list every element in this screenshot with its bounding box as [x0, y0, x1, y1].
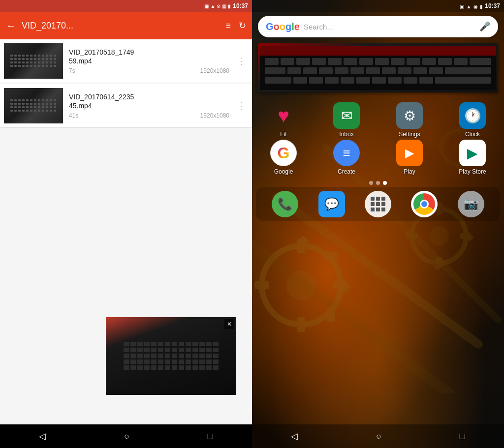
key	[14, 103, 17, 105]
key	[38, 99, 40, 101]
preview-close-button[interactable]: ✕	[224, 319, 234, 329]
video-resolution-1: 1920x1080	[200, 67, 229, 74]
filter-icon[interactable]: ≡	[225, 21, 231, 31]
app-item-playstore[interactable]: ▶ Play Store	[448, 140, 497, 175]
app-item-settings[interactable]: ⚙ Settings	[385, 102, 434, 138]
preview-popup: ✕	[106, 317, 236, 395]
r-battery-icon: ▮	[480, 4, 483, 9]
right-home-nav[interactable]: ○	[364, 427, 393, 446]
key	[30, 106, 32, 108]
back-button[interactable]: ←	[6, 20, 16, 31]
svg-rect-61	[265, 77, 291, 84]
left-back-nav[interactable]: ◁	[27, 427, 58, 446]
svg-rect-35	[265, 58, 279, 65]
dock-app-drawer[interactable]	[365, 191, 391, 217]
video-more-1[interactable]: ⋮	[235, 54, 248, 68]
video-thumb-1	[4, 43, 63, 79]
app-item-inbox[interactable]: ✉ Inbox	[322, 102, 371, 138]
play-icon: ▶	[396, 140, 423, 166]
video-item-2[interactable]: VID_20170614_223545.mp4 41s 1920x1080 ⋮	[0, 84, 252, 128]
key	[38, 58, 40, 60]
pkey	[124, 342, 129, 346]
pkey	[172, 359, 177, 364]
key	[54, 61, 56, 63]
svg-rect-56	[382, 67, 396, 74]
pkey	[206, 365, 212, 370]
dock-camera[interactable]: 📷	[458, 191, 484, 217]
pkey	[199, 365, 205, 370]
key	[42, 106, 44, 108]
key	[34, 58, 36, 60]
app-item-clock[interactable]: 🕐 Clock	[448, 102, 497, 138]
mic-icon[interactable]: 🎤	[479, 21, 490, 32]
key	[38, 106, 40, 108]
pkey	[130, 354, 136, 358]
key	[26, 99, 29, 101]
app-grid-icon	[371, 197, 385, 211]
key	[50, 55, 52, 57]
key	[54, 103, 56, 105]
left-nav-bar: ◁ ○ □	[0, 424, 252, 448]
pkey	[192, 365, 198, 370]
dock-chrome[interactable]	[411, 191, 438, 217]
video-meta-1: 7s 1920x1080	[69, 67, 229, 74]
pkey	[124, 348, 129, 352]
pkey	[186, 365, 191, 370]
svg-rect-46	[438, 58, 452, 65]
app-item-google[interactable]: G Google	[259, 140, 308, 175]
key	[22, 106, 25, 108]
fit-heart-icon: ♥	[278, 105, 289, 127]
key	[50, 103, 52, 105]
google-search-bar[interactable]: Google Search... 🎤	[258, 16, 498, 37]
google-g-letter: G	[278, 144, 290, 162]
right-recents-nav[interactable]: □	[448, 427, 477, 446]
app-row-1: ♥ Fit ✉ Inbox ⚙ Settings 🕐 Clock	[252, 102, 504, 138]
key	[10, 55, 13, 57]
key	[54, 110, 56, 112]
key	[10, 61, 13, 63]
pkey	[165, 342, 170, 346]
key	[42, 103, 44, 105]
key	[50, 58, 52, 60]
svg-rect-40	[344, 58, 357, 65]
grid-dot	[371, 202, 375, 206]
pkey	[144, 354, 150, 358]
svg-rect-39	[328, 58, 342, 65]
wifi-off-icon: ⊘	[217, 3, 220, 9]
pkey	[186, 342, 191, 346]
pkey	[179, 354, 184, 358]
left-status-bar: ▣ ▲ ⊘ ▦ ▮ 10:37	[0, 0, 252, 12]
dock-messages[interactable]: 💬	[318, 191, 345, 217]
key	[10, 58, 13, 60]
app-item-fit[interactable]: ♥ Fit	[259, 102, 308, 138]
pkey	[192, 348, 198, 352]
pkey	[206, 342, 212, 346]
search-input[interactable]: Search...	[304, 23, 475, 31]
app-item-create[interactable]: ≡ Create	[322, 140, 371, 175]
pkey	[192, 354, 198, 358]
key	[38, 110, 40, 112]
pkey	[137, 354, 143, 358]
toolbar-actions: ≡ ↻	[225, 20, 246, 31]
svg-rect-51	[303, 67, 317, 74]
key	[54, 58, 56, 60]
g-red2: e	[294, 21, 300, 32]
preview-key-grid	[124, 342, 219, 370]
right-back-nav[interactable]: ◁	[279, 427, 310, 446]
dock-phone[interactable]: 📞	[272, 191, 298, 217]
video-item-1[interactable]: VID_20170518_174959.mp4 7s 1920x1080 ⋮	[0, 39, 252, 83]
key	[18, 55, 21, 57]
key	[54, 55, 56, 57]
left-home-nav[interactable]: ○	[112, 427, 141, 446]
recent-keyboard-svg	[260, 46, 496, 90]
pkey	[137, 342, 143, 346]
refresh-icon[interactable]: ↻	[239, 20, 246, 31]
video-more-2[interactable]: ⋮	[235, 98, 248, 113]
google-app-icon: G	[270, 140, 297, 166]
app-item-play[interactable]: ▶ Play	[385, 140, 434, 175]
pkey	[186, 354, 191, 358]
left-status-icons: ▣ ▲ ⊘ ▦ ▮	[204, 3, 231, 9]
right-nav-bar: ◁ ○ □	[252, 424, 504, 448]
key	[42, 99, 44, 101]
left-recents-nav[interactable]: □	[196, 427, 225, 446]
